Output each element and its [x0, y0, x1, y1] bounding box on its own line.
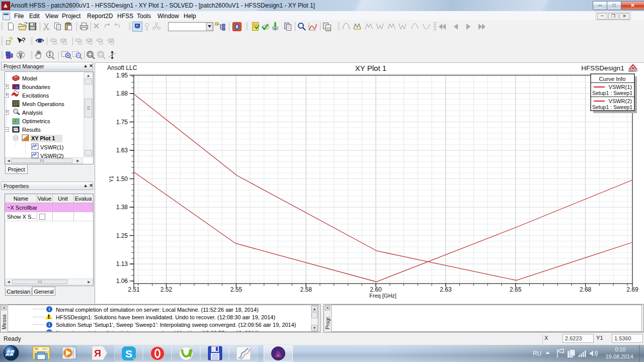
svg-text:2.60: 2.60	[370, 286, 382, 293]
svg-text:1.13: 1.13	[116, 260, 128, 267]
svg-text:S: S	[125, 348, 132, 359]
svg-text:VSWR(1): VSWR(1)	[609, 84, 632, 90]
svg-text:2.55: 2.55	[230, 286, 243, 293]
svg-text:1.88: 1.88	[116, 90, 128, 97]
svg-text:2.58: 2.58	[300, 286, 312, 293]
svg-text:Y1: Y1	[108, 175, 114, 182]
svg-text:Ansoft LLC: Ansoft LLC	[107, 64, 137, 71]
svg-text:XY Plot 1: XY Plot 1	[355, 64, 386, 72]
svg-text:Freq [GHz]: Freq [GHz]	[369, 293, 396, 299]
svg-text:2.51: 2.51	[128, 286, 140, 293]
svg-text:1.50: 1.50	[116, 175, 128, 183]
svg-text:2.52: 2.52	[160, 286, 173, 293]
svg-text:HFSSDesign1: HFSSDesign1	[581, 64, 624, 72]
svg-text:2.69: 2.69	[626, 286, 638, 293]
svg-text:1.63: 1.63	[116, 147, 128, 154]
svg-text:1.06: 1.06	[116, 278, 128, 285]
svg-text:Curve Info: Curve Info	[599, 76, 625, 82]
svg-text:VSWR(2): VSWR(2)	[609, 98, 632, 104]
svg-text:Я: Я	[94, 348, 101, 358]
svg-text:?: ?	[9, 36, 13, 44]
svg-text:1.38: 1.38	[116, 204, 128, 211]
svg-text:2.65: 2.65	[510, 286, 522, 293]
svg-text:0:10: 0:10	[615, 346, 625, 352]
svg-text:1.25: 1.25	[116, 232, 128, 239]
svg-text:1.95: 1.95	[116, 72, 128, 79]
svg-text:Setup1 : Sweep1: Setup1 : Sweep1	[592, 104, 632, 110]
svg-text:2.63: 2.63	[440, 286, 452, 293]
svg-text:Setup1 : Sweep1: Setup1 : Sweep1	[592, 90, 632, 96]
svg-text:ANSOFT: ANSOFT	[628, 70, 638, 72]
svg-text:19.08.2014: 19.08.2014	[605, 353, 633, 359]
svg-text:?: ?	[22, 36, 26, 44]
svg-text:2.68: 2.68	[580, 286, 592, 293]
svg-text:RU: RU	[533, 350, 541, 357]
svg-text:1.75: 1.75	[116, 119, 128, 126]
